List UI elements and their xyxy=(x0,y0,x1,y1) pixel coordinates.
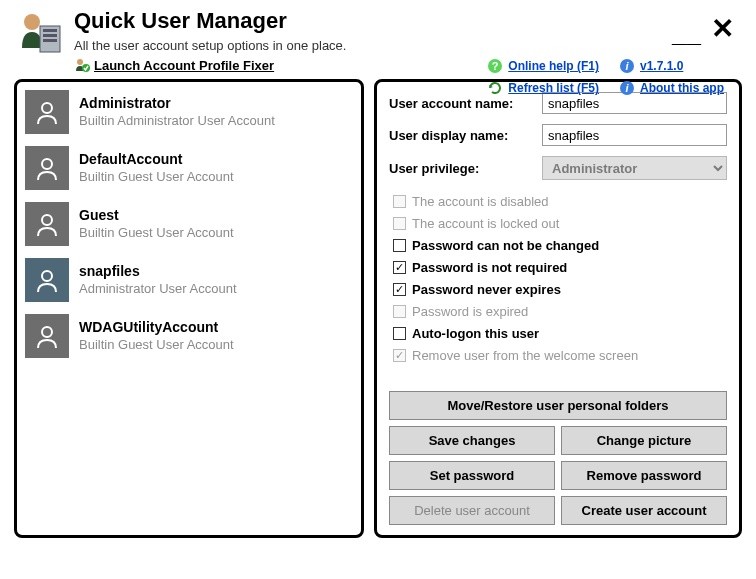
close-button[interactable]: ✕ xyxy=(711,12,734,45)
info-icon: i xyxy=(619,58,635,74)
svg-point-6 xyxy=(77,59,83,65)
detail-panel: User account name: User display name: Us… xyxy=(374,79,742,538)
checkbox-label: Password never expires xyxy=(412,282,561,297)
move-restore-button[interactable]: Move/Restore user personal folders xyxy=(389,391,727,420)
user-name: Administrator xyxy=(79,94,353,112)
svg-rect-4 xyxy=(43,34,57,37)
version-link[interactable]: v1.7.1.0 xyxy=(640,59,683,73)
save-changes-button[interactable]: Save changes xyxy=(389,426,555,455)
user-desc: Builtin Guest User Account xyxy=(79,337,353,354)
checkbox-row: ✓ Remove user from the welcome screen xyxy=(393,348,727,363)
checkbox[interactable] xyxy=(393,327,406,340)
svg-rect-5 xyxy=(43,39,57,42)
delete-user-button: Delete user account xyxy=(389,496,555,525)
checkbox-label: The account is locked out xyxy=(412,216,559,231)
minimize-button[interactable]: __ xyxy=(672,28,701,38)
checkbox-label: Remove user from the welcome screen xyxy=(412,348,638,363)
label-account-name: User account name: xyxy=(389,96,534,111)
display-name-input[interactable] xyxy=(542,124,727,146)
user-avatar-icon xyxy=(25,258,69,302)
profile-fixer-icon xyxy=(74,57,90,73)
checkbox-group: The account is disabled The account is l… xyxy=(393,194,727,370)
online-help-link[interactable]: Online help (F1) xyxy=(508,59,599,73)
label-display-name: User display name: xyxy=(389,128,534,143)
svg-point-14 xyxy=(42,103,52,113)
user-item[interactable]: snapfiles Administrator User Account xyxy=(21,256,357,304)
checkbox-label: Auto-logon this user xyxy=(412,326,539,341)
checkbox-row[interactable]: Password can not be changed xyxy=(393,238,727,253)
checkbox-label: Password is expired xyxy=(412,304,528,319)
user-avatar-icon xyxy=(25,90,69,134)
help-icon: ? xyxy=(487,58,503,74)
profile-fixer-link[interactable]: Launch Account Profile Fixer xyxy=(94,58,274,73)
svg-point-1 xyxy=(24,14,40,30)
user-desc: Builtin Guest User Account xyxy=(79,225,353,242)
user-desc: Builtin Guest User Account xyxy=(79,169,353,186)
checkbox-row[interactable]: Auto-logon this user xyxy=(393,326,727,341)
svg-point-15 xyxy=(42,159,52,169)
svg-rect-3 xyxy=(43,29,57,32)
checkbox-row[interactable]: ✓ Password never expires xyxy=(393,282,727,297)
create-user-button[interactable]: Create user account xyxy=(561,496,727,525)
user-name: DefaultAccount xyxy=(79,150,353,168)
user-item[interactable]: WDAGUtilityAccount Builtin Guest User Ac… xyxy=(21,312,357,360)
checkbox xyxy=(393,195,406,208)
user-item[interactable]: Guest Builtin Guest User Account xyxy=(21,200,357,248)
privilege-select[interactable]: Administrator xyxy=(542,156,727,180)
refresh-icon xyxy=(487,80,503,96)
user-desc: Administrator User Account xyxy=(79,281,353,298)
checkbox-row: Password is expired xyxy=(393,304,727,319)
user-list: Administrator Builtin Administrator User… xyxy=(14,79,364,538)
svg-point-17 xyxy=(42,271,52,281)
svg-text:?: ? xyxy=(492,60,499,72)
checkbox[interactable]: ✓ xyxy=(393,261,406,274)
checkbox-row[interactable]: ✓ Password is not required xyxy=(393,260,727,275)
user-avatar-icon xyxy=(25,314,69,358)
checkbox: ✓ xyxy=(393,349,406,362)
app-icon xyxy=(14,8,64,58)
checkbox xyxy=(393,305,406,318)
svg-point-16 xyxy=(42,215,52,225)
user-item[interactable]: Administrator Builtin Administrator User… xyxy=(21,88,357,136)
svg-point-18 xyxy=(42,327,52,337)
user-avatar-icon xyxy=(25,202,69,246)
change-picture-button[interactable]: Change picture xyxy=(561,426,727,455)
user-avatar-icon xyxy=(25,146,69,190)
about-icon: i xyxy=(619,80,635,96)
checkbox-label: Password is not required xyxy=(412,260,567,275)
header-links: ? Online help (F1) i v1.7.1.0 Refresh li… xyxy=(487,58,724,96)
checkbox-row: The account is disabled xyxy=(393,194,727,209)
user-name: Guest xyxy=(79,206,353,224)
app-title: Quick User Manager xyxy=(74,8,742,34)
checkbox-label: The account is disabled xyxy=(412,194,549,209)
remove-password-button[interactable]: Remove password xyxy=(561,461,727,490)
user-item[interactable]: DefaultAccount Builtin Guest User Accoun… xyxy=(21,144,357,192)
user-desc: Builtin Administrator User Account xyxy=(79,113,353,130)
set-password-button[interactable]: Set password xyxy=(389,461,555,490)
checkbox xyxy=(393,217,406,230)
checkbox-row: The account is locked out xyxy=(393,216,727,231)
refresh-link[interactable]: Refresh list (F5) xyxy=(508,81,599,95)
user-name: snapfiles xyxy=(79,262,353,280)
checkbox-label: Password can not be changed xyxy=(412,238,599,253)
checkbox[interactable] xyxy=(393,239,406,252)
user-name: WDAGUtilityAccount xyxy=(79,318,353,336)
about-link[interactable]: About this app xyxy=(640,81,724,95)
app-subtitle: All the user account setup options in on… xyxy=(74,38,742,53)
label-privilege: User privilege: xyxy=(389,161,534,176)
checkbox[interactable]: ✓ xyxy=(393,283,406,296)
